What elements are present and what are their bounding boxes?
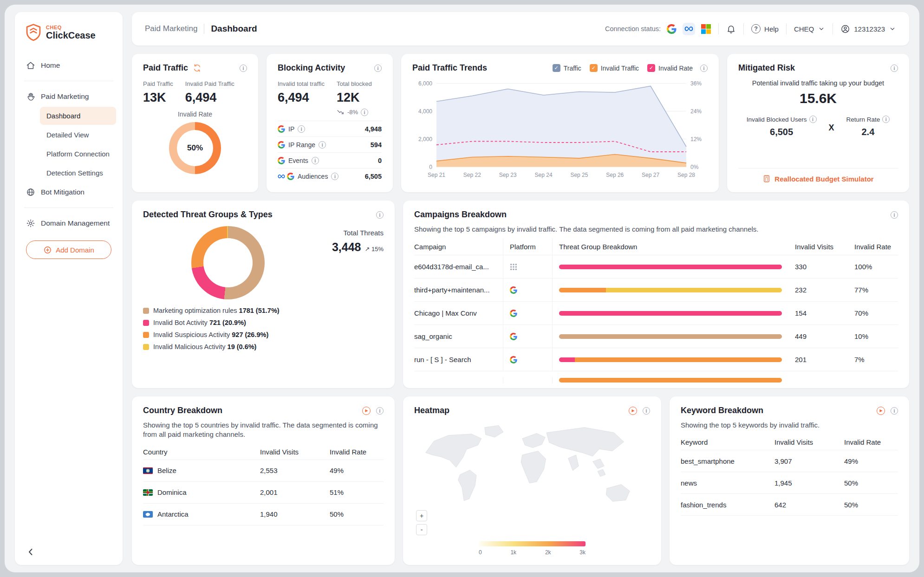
svg-text:0%: 0% — [690, 164, 699, 170]
zoom-out-button[interactable]: - — [416, 524, 427, 535]
campaign-name: run - [ S ] - Search — [414, 348, 503, 371]
checkbox-checked-icon[interactable]: ✓ — [590, 64, 598, 72]
info-icon[interactable]: i — [891, 211, 898, 219]
info-icon[interactable]: i — [319, 141, 326, 149]
keyword-invalid-rate: 50% — [838, 494, 898, 515]
info-icon[interactable]: i — [331, 173, 338, 180]
stat-value: 6,505 — [747, 127, 817, 137]
card-title: Blocking Activity — [278, 63, 345, 73]
heatmap-card: Heatmap ▶ i — [403, 396, 661, 565]
trends-legend: ✓Traffic✓Invalid Traffic✓Invalid Rate — [553, 64, 693, 72]
info-icon[interactable]: i — [643, 407, 650, 415]
campaign-invalid-rate: 10% — [848, 325, 898, 348]
google-icon[interactable] — [667, 24, 677, 34]
column-header: Invalid Rate — [848, 239, 898, 255]
info-icon[interactable]: i — [361, 109, 368, 116]
info-icon[interactable]: i — [298, 125, 305, 133]
sidebar-item-detection-settings[interactable]: Detection Settings — [40, 164, 116, 182]
campaign-threat-breakdown — [553, 325, 788, 348]
column-header: Invalid Rate — [323, 444, 384, 460]
breadcrumb-section[interactable]: Paid Marketing — [145, 24, 197, 33]
sidebar-item-domain-management[interactable]: Domain Management — [21, 214, 116, 233]
brand-name: ClickCease — [46, 30, 96, 41]
help-button[interactable]: ? Help — [751, 24, 779, 33]
campaign-invalid-visits: 330 — [788, 255, 848, 278]
campaign-invalid-visits: 232 — [788, 279, 848, 301]
column-header: Invalid Visits — [254, 444, 323, 460]
keyword-name: fashion_trends — [681, 494, 768, 515]
info-icon[interactable]: i — [376, 211, 384, 219]
google-icon — [510, 286, 517, 294]
info-icon[interactable]: i — [891, 407, 898, 415]
country-invalid-rate: 50% — [323, 504, 384, 525]
sidebar-item-dashboard[interactable]: Dashboard — [40, 107, 116, 125]
card-title: Mitigated Risk — [738, 63, 795, 73]
threat-legend-item: Invalid Bot Activity 721 (20.9%) — [143, 319, 384, 326]
add-domain-button[interactable]: Add Domain — [26, 240, 111, 259]
legend-item-invalid-traffic[interactable]: ✓Invalid Traffic — [590, 64, 639, 72]
sidebar-divider — [24, 207, 113, 208]
sidebar-collapse-button[interactable] — [25, 546, 36, 558]
info-icon[interactable]: i — [891, 65, 898, 72]
separator — [743, 23, 744, 34]
checkbox-checked-icon[interactable]: ✓ — [647, 64, 655, 72]
stat-label: Total Threats — [332, 229, 384, 237]
campaign-platform — [503, 348, 553, 371]
stat-value: 6,494 — [185, 91, 234, 105]
microsoft-icon[interactable] — [701, 24, 711, 34]
org-name: CHEQ — [794, 25, 814, 33]
campaign-row-partial — [414, 371, 898, 383]
campaign-invalid-rate: 77% — [848, 279, 898, 301]
info-icon[interactable]: i — [312, 157, 319, 164]
sidebar-item-bot-mitigation[interactable]: Bot Mitigation — [21, 182, 116, 202]
play-circle-icon[interactable]: ▶ — [362, 407, 371, 415]
play-circle-icon[interactable]: ▶ — [629, 407, 637, 415]
campaign-invalid-rate: 100% — [848, 255, 898, 278]
sidebar-item-paid-marketing[interactable]: Paid Marketing — [21, 87, 116, 106]
column-header: Platform — [503, 239, 553, 255]
threat-legend-label: Marketing optimization rules 1781 (51.7%… — [153, 307, 280, 314]
sidebar-item-detailed-view[interactable]: Detailed View — [40, 126, 116, 144]
account-dropdown[interactable]: 12312323 — [840, 24, 896, 34]
add-domain-label: Add Domain — [56, 246, 94, 254]
svg-text:0: 0 — [429, 164, 432, 170]
platform-icons — [278, 157, 285, 164]
meta-icon[interactable] — [683, 23, 695, 35]
legend-item-traffic[interactable]: ✓Traffic — [553, 64, 581, 72]
google-icon — [287, 173, 294, 180]
zoom-in-button[interactable]: + — [416, 510, 427, 521]
checkbox-checked-icon[interactable]: ✓ — [553, 64, 560, 72]
brand-logo[interactable]: CHEQ ClickCease — [21, 23, 116, 42]
info-icon[interactable]: i — [376, 407, 384, 415]
info-icon[interactable]: i — [374, 65, 382, 72]
threat-legend-label: Invalid Malicious Activity 19 (0.6%) — [153, 343, 256, 350]
bell-icon[interactable] — [726, 24, 736, 34]
nav-label: Detection Settings — [46, 169, 103, 177]
keyword-row: fashion_trends64250% — [681, 494, 898, 516]
info-icon[interactable]: i — [882, 116, 890, 123]
nav-label: Paid Marketing — [41, 92, 89, 101]
campaign-invalid-visits: 154 — [788, 302, 848, 324]
info-icon[interactable]: i — [809, 116, 817, 123]
google-icon — [510, 310, 517, 317]
legend-item-invalid-rate[interactable]: ✓Invalid Rate — [647, 64, 693, 72]
play-circle-icon[interactable]: ▶ — [877, 407, 885, 415]
threat-legend-item: Invalid Suspicious Activity 927 (26.9%) — [143, 331, 384, 338]
campaign-platform — [503, 279, 553, 301]
main-area: Paid Marketing Dashboard Connection stat… — [132, 12, 909, 565]
info-icon[interactable]: i — [240, 65, 247, 72]
column-header: Keyword — [681, 434, 768, 450]
sidebar-item-platform-connection[interactable]: Platform Connection — [40, 145, 116, 163]
world-map — [414, 416, 650, 538]
reallocated-budget-simulator-link[interactable]: Reallocated Budget Simulator — [762, 175, 873, 183]
org-dropdown[interactable]: CHEQ — [794, 25, 825, 33]
gear-icon — [26, 219, 35, 228]
dominica-flag-icon — [143, 489, 153, 496]
refresh-icon[interactable] — [193, 64, 202, 72]
info-icon[interactable]: i — [700, 65, 708, 72]
campaigns-breakdown-card: Campaigns Breakdown i Showing the top 5 … — [403, 201, 909, 388]
blocking-row-value: 4,948 — [365, 125, 382, 133]
campaign-threat-breakdown — [553, 255, 788, 278]
legend-swatch — [143, 344, 149, 350]
sidebar-item-home[interactable]: Home — [21, 56, 116, 75]
